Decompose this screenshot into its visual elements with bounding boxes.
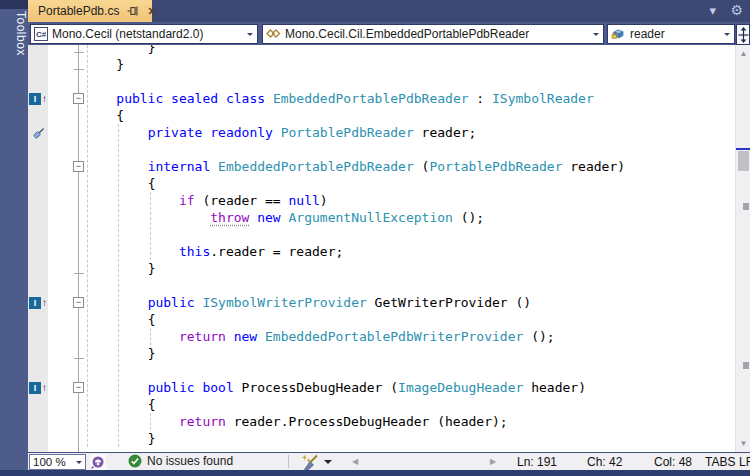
code-line[interactable]: [85, 226, 733, 243]
code-line[interactable]: return reader.ProcessDebugHeader (header…: [85, 413, 733, 430]
up-arrow-icon: ↑: [42, 382, 47, 394]
implements-glyph[interactable]: I↑: [29, 92, 47, 105]
collapse-toggle[interactable]: −: [73, 93, 84, 104]
outlining-scope-tick: [74, 69, 84, 70]
implements-i-icon: I: [29, 93, 41, 105]
scrollbar-caret-marker: [736, 148, 750, 150]
code-line[interactable]: {: [85, 396, 733, 413]
document-tab-bar: PortablePdb.cs ✕ ▾ ⚙: [28, 0, 750, 22]
code-line[interactable]: [85, 73, 733, 90]
indent-guide: [118, 124, 119, 447]
code-content[interactable]: } } public sealed class EmbeddedPortable…: [85, 45, 733, 447]
split-window-button[interactable]: [736, 24, 750, 45]
indent-guide: [150, 328, 151, 345]
member-dropdown-label: reader: [630, 27, 665, 41]
code-line[interactable]: private readonly PortablePdbReader reade…: [85, 124, 733, 141]
type-dropdown-label: Mono.Cecil.Cil.EmbeddedPortablePdbReader: [285, 27, 529, 41]
outlining-scope-tick: [74, 358, 84, 359]
code-line[interactable]: }: [85, 345, 733, 362]
editor-status-bar: 100 % No issues found: [28, 452, 750, 470]
class-icon: [266, 27, 281, 41]
status-line-ending: LF: [739, 455, 750, 469]
implements-i-icon: I: [29, 297, 41, 309]
project-dropdown[interactable]: C# Mono.Cecil (netstandard2.0): [30, 24, 258, 44]
implements-glyph[interactable]: I↑: [29, 296, 47, 309]
dropdown-arrow-icon: [76, 461, 82, 467]
code-line[interactable]: public ISymbolWriterProvider GetWriterPr…: [85, 294, 733, 311]
gear-icon[interactable]: ⚙: [730, 2, 743, 18]
code-line[interactable]: [85, 141, 733, 158]
quick-action-screwdriver-icon[interactable]: [32, 125, 47, 144]
private-field-icon: [611, 27, 626, 41]
vertical-scrollbar[interactable]: ▲ ▼: [735, 45, 750, 452]
tab-portablepdb[interactable]: PortablePdb.cs ✕: [28, 0, 152, 22]
pin-icon[interactable]: [127, 5, 139, 17]
chevron-down-icon[interactable]: ▾: [709, 3, 716, 18]
split-window-icon: [738, 27, 749, 43]
code-line[interactable]: if (reader == null): [85, 192, 733, 209]
code-line[interactable]: {: [85, 175, 733, 192]
navigation-bar: C# Mono.Cecil (netstandard2.0) Mono.Ceci…: [28, 22, 750, 45]
outlining-scope-tick: [74, 52, 84, 53]
indent-guide: [150, 192, 151, 260]
dropdown-arrow-icon: [724, 33, 730, 39]
vs-editor-window: Toolbox PortablePdb.cs ✕ ▾ ⚙: [0, 0, 750, 476]
code-line[interactable]: return new EmbeddedPortablePdbWriterProv…: [85, 328, 733, 345]
csharp-project-icon: C#: [34, 27, 48, 41]
up-arrow-icon: ↑: [42, 93, 47, 105]
hscroll-left-icon[interactable]: ◀: [352, 457, 358, 466]
code-cleanup-dropdown-arrow[interactable]: [324, 460, 332, 468]
collapse-toggle[interactable]: −: [73, 297, 84, 308]
collapse-toggle[interactable]: −: [73, 161, 84, 172]
code-line[interactable]: [85, 362, 733, 379]
code-line[interactable]: public bool ProcessDebugHeader (ImageDeb…: [85, 379, 733, 396]
close-icon[interactable]: ✕: [147, 6, 156, 17]
status-tabs-mode: TABS: [705, 455, 735, 469]
svg-text:C#: C#: [36, 30, 47, 39]
document-health-indicator[interactable]: No issues found: [128, 454, 233, 468]
health-status-text: No issues found: [147, 454, 233, 468]
dropdown-arrow-icon: [247, 33, 253, 39]
status-line-number: Ln: 191: [517, 455, 557, 469]
code-line[interactable]: }: [85, 260, 733, 277]
up-arrow-icon: ↑: [42, 297, 47, 309]
dropdown-arrow-icon: [593, 33, 599, 39]
window-bottom-border: [0, 470, 750, 476]
scrollbar-annotation-marker: [743, 203, 749, 210]
type-dropdown[interactable]: Mono.Cecil.Cil.EmbeddedPortablePdbReader: [262, 24, 604, 44]
code-line[interactable]: }: [85, 45, 733, 56]
scrollbar-up-icon[interactable]: ▲: [736, 49, 750, 58]
outlining-scope-tick: [74, 273, 84, 274]
status-column-number: Col: 48: [654, 455, 692, 469]
collapse-toggle[interactable]: −: [73, 382, 84, 393]
code-line[interactable]: this.reader = reader;: [85, 243, 733, 260]
indent-guide: [150, 413, 151, 430]
hscroll-right-icon[interactable]: ▶: [490, 457, 496, 466]
code-line[interactable]: public sealed class EmbeddedPortablePdbR…: [85, 90, 733, 107]
status-char-number: Ch: 42: [587, 455, 622, 469]
zoom-selector[interactable]: 100 %: [29, 454, 86, 470]
toolbox-panel-tab[interactable]: Toolbox: [0, 0, 28, 470]
code-line[interactable]: {: [85, 311, 733, 328]
indent-guide: [87, 45, 88, 447]
code-line[interactable]: }: [85, 56, 733, 73]
code-line[interactable]: throw new ArgumentNullException ();: [85, 209, 733, 226]
scrollbar-thumb[interactable]: [738, 151, 749, 171]
toolbox-label: Toolbox: [0, 11, 28, 56]
check-circle-icon: [128, 454, 142, 468]
project-dropdown-label: Mono.Cecil (netstandard2.0): [52, 27, 203, 41]
toolbox-corner: [0, 0, 28, 9]
member-dropdown[interactable]: reader: [607, 24, 735, 44]
tab-title: PortablePdb.cs: [38, 4, 119, 18]
scrollbar-annotation-marker: [743, 362, 749, 369]
code-line[interactable]: internal EmbeddedPortablePdbReader (Port…: [85, 158, 733, 175]
scrollbar-down-icon[interactable]: ▼: [736, 439, 750, 448]
code-line[interactable]: {: [85, 107, 733, 124]
separator: [288, 455, 289, 468]
implements-glyph[interactable]: I↑: [29, 381, 47, 394]
zoom-value: 100 %: [33, 456, 76, 468]
code-line[interactable]: }: [85, 430, 733, 447]
editor-surface[interactable]: } } public sealed class EmbeddedPortable…: [28, 45, 750, 452]
code-line[interactable]: [85, 277, 733, 294]
implements-i-icon: I: [29, 382, 41, 394]
